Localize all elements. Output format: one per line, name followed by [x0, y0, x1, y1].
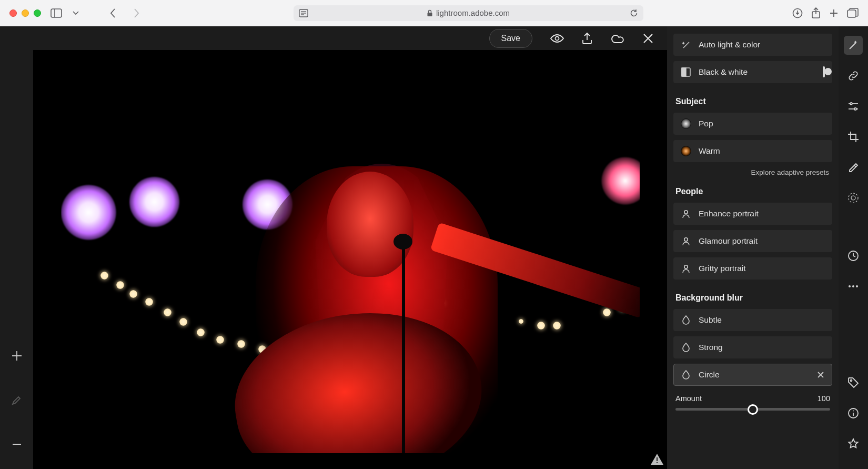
bokeh-icon [537, 322, 545, 330]
more-tool[interactable] [844, 277, 863, 296]
minimize-window-icon[interactable] [22, 9, 29, 17]
preset-label: Circle [699, 370, 720, 380]
downloads-icon[interactable] [792, 8, 803, 18]
bokeh-icon [100, 272, 108, 280]
preset-blur-circle[interactable]: Circle [673, 364, 832, 386]
forward-button[interactable] [128, 5, 144, 21]
edit-panel: Auto light & color Black & white Subject… [667, 26, 839, 469]
svg-point-19 [850, 103, 852, 105]
slider-handle[interactable] [748, 404, 758, 415]
svg-point-21 [854, 108, 856, 110]
link-tool[interactable] [844, 66, 863, 85]
minus-button[interactable] [8, 435, 26, 453]
svg-rect-0 [51, 9, 62, 17]
url-bar[interactable]: lightroom.adobe.com [294, 5, 643, 21]
share-icon[interactable] [811, 7, 821, 19]
svg-rect-6 [427, 13, 432, 16]
bokeh-icon [519, 319, 523, 324]
explore-presets-link[interactable]: Explore adaptive presets [673, 168, 829, 176]
clear-preset-button[interactable] [815, 369, 826, 381]
bokeh-icon [179, 318, 187, 326]
window-controls[interactable] [9, 9, 41, 17]
preset-blur-subtle[interactable]: Subtle [673, 309, 832, 331]
reader-mode-icon[interactable] [299, 9, 308, 17]
maximize-window-icon[interactable] [34, 9, 41, 17]
bokeh-icon [553, 322, 561, 330]
url-text: lightroom.adobe.com [436, 8, 510, 17]
svg-point-23 [851, 196, 855, 200]
photo-canvas[interactable] [61, 66, 640, 453]
tool-rail [839, 26, 868, 469]
svg-point-15 [684, 211, 688, 214]
preset-thumb-icon [681, 146, 691, 156]
preset-blur-strong[interactable]: Strong [673, 336, 832, 358]
svg-point-10 [556, 36, 559, 40]
tag-tool[interactable] [844, 373, 863, 392]
svg-rect-14 [682, 68, 686, 76]
preset-gritty-portrait[interactable]: Gritty portrait [673, 257, 832, 280]
drop-icon [681, 315, 691, 325]
preset-label: Glamour portrait [699, 236, 758, 246]
svg-point-17 [684, 265, 688, 268]
preset-glamour-portrait[interactable]: Glamour portrait [673, 230, 832, 252]
back-button[interactable] [105, 5, 121, 21]
svg-point-25 [849, 285, 851, 287]
drop-icon [681, 342, 691, 353]
info-tool[interactable] [844, 404, 863, 423]
stage-light-icon [601, 157, 640, 204]
close-icon[interactable] [643, 33, 653, 44]
preset-warm[interactable]: Warm [673, 140, 832, 162]
svg-point-27 [856, 285, 858, 287]
cloud-icon[interactable] [610, 33, 625, 44]
black-white-toggle-row[interactable]: Black & white [673, 61, 832, 83]
sidebar-toggle-button[interactable] [48, 5, 64, 21]
reload-icon[interactable] [630, 9, 638, 17]
preset-pop-label: Pop [699, 119, 713, 128]
person-icon [681, 236, 691, 246]
editor-stage[interactable] [33, 51, 667, 469]
sparkle-icon [681, 39, 691, 50]
svg-point-31 [853, 411, 854, 412]
crop-tool[interactable] [844, 127, 863, 146]
people-heading: People [675, 187, 830, 196]
left-rail [0, 26, 33, 469]
preset-enhance-portrait[interactable]: Enhance portrait [673, 203, 832, 225]
export-icon[interactable] [582, 32, 592, 45]
add-button[interactable] [8, 347, 26, 365]
app-top-bar: Save [33, 26, 667, 51]
bokeh-icon [116, 281, 124, 289]
preview-icon[interactable] [550, 34, 564, 43]
subject-head [327, 172, 413, 277]
star-tool[interactable] [844, 434, 863, 453]
bokeh-icon [197, 328, 205, 336]
tab-overview-icon[interactable] [847, 8, 859, 18]
magic-wand-tool[interactable] [844, 36, 863, 55]
svg-point-28 [851, 380, 852, 382]
history-tool[interactable] [844, 246, 863, 265]
sliders-tool[interactable] [844, 97, 863, 116]
save-button[interactable]: Save [489, 29, 532, 48]
bokeh-icon [145, 298, 153, 306]
auto-light-color-button[interactable]: Auto light & color [673, 34, 832, 56]
slider-track[interactable] [675, 408, 830, 411]
healing-tool[interactable] [844, 158, 863, 177]
preset-pop[interactable]: Pop [673, 113, 832, 135]
preset-label: Enhance portrait [699, 209, 759, 218]
person-icon [681, 208, 691, 219]
brush-button[interactable] [8, 391, 26, 409]
warning-icon[interactable] [650, 453, 664, 466]
black-white-label: Black & white [699, 67, 748, 77]
preset-label: Strong [699, 343, 723, 352]
radial-mask-tool[interactable] [844, 188, 863, 207]
amount-slider[interactable]: Amount 100 [673, 391, 832, 411]
bokeh-icon [129, 290, 137, 298]
black-white-toggle[interactable] [823, 67, 825, 77]
close-window-icon[interactable] [9, 9, 17, 17]
new-tab-icon[interactable] [829, 8, 839, 18]
drop-icon [681, 370, 691, 380]
bokeh-icon [164, 308, 171, 316]
lock-icon [427, 9, 433, 17]
stage-light-icon [61, 185, 116, 240]
svg-rect-9 [847, 10, 856, 17]
chevron-down-icon[interactable] [72, 5, 80, 21]
